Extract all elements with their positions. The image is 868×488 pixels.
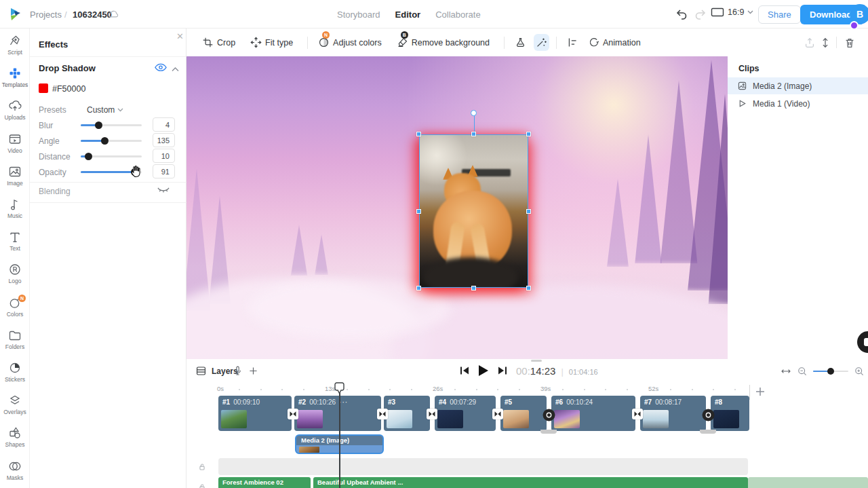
slider-thumb[interactable] bbox=[101, 137, 108, 145]
transition-duration-tab[interactable] bbox=[540, 430, 557, 434]
clip-item-media-1[interactable]: Media 1 (Video) bbox=[728, 95, 868, 112]
sidebar-item-templates[interactable]: Templates bbox=[0, 61, 30, 94]
transition-duration-tab[interactable] bbox=[700, 430, 716, 434]
slider-value-angle[interactable]: 135 bbox=[153, 133, 175, 147]
sidebar-item-text[interactable]: Text bbox=[0, 225, 30, 257]
clip-item-media-2[interactable]: Media 2 (Image) bbox=[728, 77, 868, 94]
tab-collaborate[interactable]: Collaborate bbox=[435, 10, 481, 20]
resize-handle-w[interactable] bbox=[416, 209, 421, 214]
empty-track[interactable] bbox=[218, 458, 748, 475]
sidebar-item-image[interactable]: Image bbox=[0, 159, 30, 192]
transition-bowtie-icon[interactable] bbox=[377, 409, 388, 419]
slider-track-opacity[interactable] bbox=[81, 171, 142, 173]
crop-button[interactable]: Crop bbox=[200, 34, 237, 51]
fit-timeline-icon[interactable] bbox=[781, 366, 791, 377]
eye-closed-icon[interactable] bbox=[157, 187, 170, 195]
sidebar-item-logo[interactable]: Logo bbox=[0, 257, 30, 290]
timeline-clip-1[interactable]: #100:09:10 bbox=[218, 396, 292, 431]
tab-editor[interactable]: Editor bbox=[395, 10, 421, 20]
aspect-ratio-selector[interactable]: 16:9 bbox=[711, 7, 753, 17]
timeline-clip-3[interactable]: #3 bbox=[384, 396, 430, 431]
audio-clip-extension[interactable] bbox=[748, 477, 868, 488]
shadow-color-swatch[interactable] bbox=[39, 83, 48, 93]
zoom-out-icon[interactable] bbox=[797, 366, 808, 377]
audio-clip-1[interactable]: Forest Ambience 02 bbox=[218, 477, 311, 488]
sidebar-item-uploads[interactable]: Uploads bbox=[0, 94, 30, 126]
sidebar-item-masks[interactable]: Masks bbox=[0, 453, 30, 486]
slider-track-angle[interactable] bbox=[81, 140, 142, 142]
adjust-colors-button[interactable]: N Adjust colors bbox=[316, 34, 384, 51]
transition-bowtie-icon[interactable] bbox=[288, 409, 298, 419]
resize-handle-n[interactable] bbox=[471, 132, 476, 136]
undo-icon[interactable] bbox=[675, 7, 688, 21]
resize-handle-nw[interactable] bbox=[416, 132, 421, 136]
fit-type-button[interactable]: Fit type bbox=[248, 34, 295, 51]
slider-thumb[interactable] bbox=[131, 168, 138, 176]
sidebar-item-folders[interactable]: Folders bbox=[0, 323, 30, 356]
resize-handle-se[interactable] bbox=[526, 286, 531, 290]
align-button[interactable] bbox=[565, 34, 580, 51]
timeline-clip-5[interactable]: #5 bbox=[500, 396, 547, 431]
shadow-color-hex[interactable]: #F50000 bbox=[52, 84, 85, 94]
timeline-ruler[interactable]: 0s13s26s39s52s bbox=[186, 383, 868, 396]
skip-forward-button[interactable] bbox=[497, 365, 508, 379]
resize-handle-e[interactable] bbox=[526, 209, 531, 214]
timeline-clip-8[interactable]: #8 bbox=[711, 396, 749, 431]
zoom-in-icon[interactable] bbox=[854, 366, 865, 377]
playhead[interactable] bbox=[334, 382, 344, 394]
export-icon[interactable] bbox=[804, 37, 816, 49]
animation-button[interactable]: Animation bbox=[586, 34, 643, 51]
blending-label[interactable]: Blending bbox=[39, 187, 71, 196]
chevron-up-icon[interactable] bbox=[172, 64, 179, 72]
slider-track-blur[interactable] bbox=[81, 124, 142, 126]
sidebar-item-overlays[interactable]: Overlays bbox=[0, 388, 30, 421]
remove-background-button[interactable]: B Remove background bbox=[395, 34, 492, 51]
redo-icon[interactable] bbox=[694, 7, 707, 21]
slider-thumb[interactable] bbox=[85, 153, 92, 160]
visibility-eye-icon[interactable] bbox=[155, 63, 167, 73]
microphone-icon[interactable] bbox=[232, 365, 243, 379]
transition-bowtie-icon[interactable] bbox=[427, 409, 437, 419]
slider-track-distance[interactable] bbox=[81, 155, 142, 157]
timeline-clip-2[interactable]: #200:10:26··· bbox=[294, 396, 381, 431]
transition-circle-icon[interactable] bbox=[702, 409, 715, 421]
resize-handle-ne[interactable] bbox=[526, 132, 531, 136]
delete-icon[interactable] bbox=[844, 37, 856, 49]
transition-bowtie-icon[interactable] bbox=[632, 409, 643, 419]
reorder-layers-icon[interactable] bbox=[819, 37, 831, 49]
rotation-handle[interactable] bbox=[471, 110, 477, 116]
effects-wand-button[interactable] bbox=[534, 34, 549, 51]
sidebar-item-music[interactable]: Music bbox=[0, 192, 30, 225]
slider-value-blur[interactable]: 4 bbox=[153, 117, 175, 132]
presets-dropdown[interactable]: Custom bbox=[87, 105, 123, 115]
share-button[interactable]: Share bbox=[758, 5, 801, 24]
timeline-zoom-slider[interactable] bbox=[813, 371, 848, 373]
sidebar-item-script[interactable]: Script bbox=[0, 29, 30, 61]
sidebar-item-shapes[interactable]: Shapes bbox=[0, 421, 30, 453]
slider-thumb[interactable] bbox=[95, 121, 102, 129]
selected-media-image[interactable] bbox=[419, 134, 528, 288]
sidebar-item-stickers[interactable]: Stickers bbox=[0, 356, 30, 388]
transition-bowtie-icon[interactable] bbox=[492, 409, 503, 419]
breadcrumb-projects[interactable]: Projects bbox=[30, 10, 62, 20]
timeline-clip-4[interactable]: #400:07:29 bbox=[435, 396, 496, 431]
sidebar-item-video[interactable]: Video bbox=[0, 127, 30, 159]
skip-back-button[interactable] bbox=[459, 365, 470, 379]
transition-circle-icon[interactable] bbox=[542, 409, 555, 421]
canvas-preview[interactable] bbox=[186, 56, 728, 359]
timeline-clip-6[interactable]: #600:10:24 bbox=[551, 396, 635, 431]
slider-value-distance[interactable]: 10 bbox=[153, 149, 175, 163]
slider-value-opacity[interactable]: 91 bbox=[153, 164, 175, 179]
timeline-clip-7[interactable]: #700:08:17 bbox=[640, 396, 706, 431]
close-icon[interactable]: ✕ bbox=[176, 31, 184, 41]
play-button[interactable] bbox=[475, 363, 490, 381]
breadcrumb-project-id[interactable]: 10632450 bbox=[73, 10, 112, 20]
zoom-slider-thumb[interactable] bbox=[827, 368, 834, 375]
add-track-icon[interactable] bbox=[248, 365, 259, 379]
resize-handle-sw[interactable] bbox=[416, 286, 421, 290]
clip-more-icon[interactable]: ··· bbox=[339, 398, 348, 406]
track-lock-icon[interactable] bbox=[197, 462, 207, 472]
sidebar-item-colors[interactable]: NColors bbox=[0, 290, 30, 323]
filters-button[interactable] bbox=[513, 34, 528, 51]
app-logo-icon[interactable] bbox=[8, 6, 24, 22]
